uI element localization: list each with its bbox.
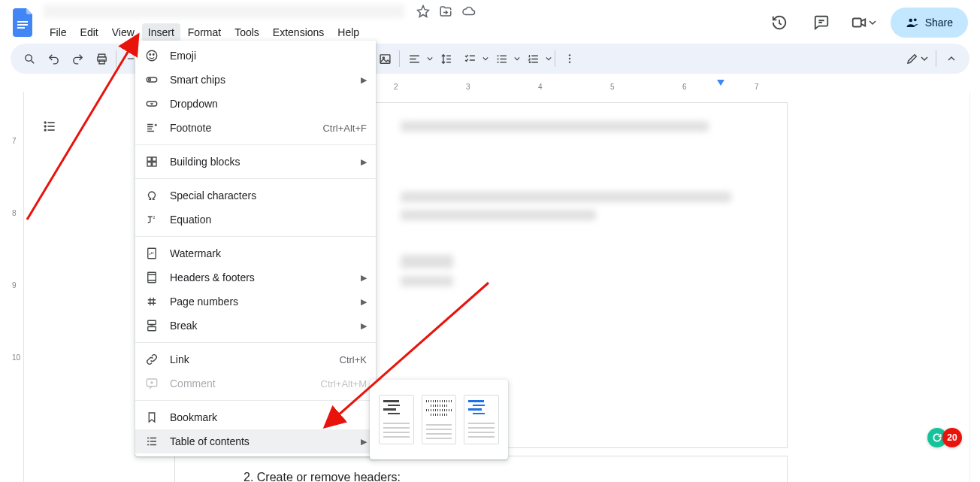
line-spacing-button[interactable] bbox=[434, 47, 457, 70]
menu-item-label: Break bbox=[170, 320, 350, 332]
document-title-redacted[interactable] bbox=[44, 5, 404, 18]
svg-rect-2 bbox=[17, 27, 25, 29]
break-icon bbox=[144, 318, 159, 333]
star-icon[interactable] bbox=[416, 5, 430, 18]
menu-item-label: Headers & footers bbox=[170, 271, 350, 283]
grammarly-badge[interactable]: 20 bbox=[927, 428, 962, 447]
smart-chips-icon bbox=[144, 72, 159, 87]
page-numbers-icon bbox=[144, 294, 159, 309]
insert-headers-footers[interactable]: Headers & footers▶ bbox=[135, 265, 376, 290]
insert-emoji[interactable]: Emoji bbox=[135, 44, 376, 68]
headers-footers-icon bbox=[144, 270, 159, 285]
insert-bookmark[interactable]: Bookmark bbox=[135, 405, 376, 429]
menu-format[interactable]: Format bbox=[182, 23, 227, 41]
svg-point-21 bbox=[569, 61, 570, 62]
meet-button[interactable] bbox=[848, 8, 879, 38]
search-icon[interactable] bbox=[18, 47, 41, 70]
insert-dropdown[interactable]: Dropdown bbox=[135, 92, 376, 116]
ruler-h-label: 7 bbox=[755, 83, 759, 91]
svg-point-29 bbox=[149, 79, 151, 81]
svg-point-14 bbox=[497, 58, 498, 59]
svg-point-26 bbox=[150, 54, 151, 56]
side-panel-strip bbox=[969, 92, 980, 482]
ruler-indent-marker[interactable] bbox=[717, 80, 724, 86]
share-button[interactable]: Share bbox=[891, 8, 968, 38]
toc-option-links[interactable] bbox=[464, 395, 499, 444]
bullet-list-button[interactable] bbox=[490, 47, 513, 70]
insert-break[interactable]: Break▶ bbox=[135, 314, 376, 338]
menu-shortcut: Ctrl+K bbox=[340, 354, 367, 365]
toc-submenu bbox=[370, 380, 508, 459]
svg-point-25 bbox=[147, 50, 157, 61]
menu-item-label: Building blocks bbox=[170, 156, 350, 168]
numbered-list-button[interactable] bbox=[522, 47, 544, 70]
page-text-line: 2. Create or remove headers: bbox=[243, 471, 401, 482]
insert-building-blocks[interactable]: Building blocks▶ bbox=[135, 150, 376, 174]
insert-special-characters[interactable]: Special characters bbox=[135, 183, 376, 208]
watermark-icon bbox=[144, 246, 159, 261]
insert-footnote[interactable]: FootnoteCtrl+Alt+F bbox=[135, 116, 376, 140]
svg-rect-17 bbox=[500, 58, 507, 59]
ruler-v-label: 9 bbox=[12, 281, 17, 290]
emoji-icon bbox=[144, 48, 159, 63]
redo-button[interactable] bbox=[66, 47, 89, 70]
svg-rect-39 bbox=[148, 327, 156, 331]
insert-link[interactable]: LinkCtrl+K bbox=[135, 347, 376, 371]
insert-equation[interactable]: 2Equation bbox=[135, 208, 376, 232]
editing-mode-button[interactable] bbox=[903, 52, 931, 65]
align-button[interactable] bbox=[403, 47, 425, 70]
svg-point-6 bbox=[25, 54, 32, 61]
comments-icon[interactable] bbox=[806, 8, 836, 38]
svg-rect-11 bbox=[380, 54, 390, 62]
menu-item-label: Dropdown bbox=[170, 98, 367, 110]
docs-logo[interactable] bbox=[9, 8, 39, 38]
menu-item-label: Equation bbox=[170, 214, 367, 226]
building-blocks-icon bbox=[144, 154, 159, 169]
menu-edit[interactable]: Edit bbox=[74, 23, 104, 41]
ruler-h-label: 6 bbox=[682, 83, 687, 91]
menu-file[interactable]: File bbox=[44, 23, 73, 41]
menu-tools[interactable]: Tools bbox=[228, 23, 265, 41]
svg-rect-3 bbox=[852, 19, 861, 27]
insert-watermark[interactable]: Watermark bbox=[135, 241, 376, 265]
cloud-status-icon[interactable] bbox=[461, 5, 476, 18]
dropdown-chip-icon bbox=[144, 96, 159, 111]
submenu-arrow-icon: ▶ bbox=[361, 297, 367, 307]
outline-toggle-button[interactable] bbox=[36, 113, 63, 140]
toc-option-dotted[interactable] bbox=[422, 395, 457, 444]
menu-item-label: Watermark bbox=[170, 247, 367, 259]
menu-extensions[interactable]: Extensions bbox=[267, 23, 330, 41]
more-options-button[interactable] bbox=[558, 47, 581, 70]
print-button[interactable] bbox=[90, 47, 113, 70]
checklist-button[interactable] bbox=[458, 47, 481, 70]
history-icon[interactable] bbox=[764, 8, 794, 38]
menu-help[interactable]: Help bbox=[331, 23, 365, 41]
toc-option-plain[interactable] bbox=[379, 395, 414, 444]
caret-down-icon bbox=[921, 55, 928, 62]
grammarly-count: 20 bbox=[942, 428, 962, 447]
undo-button[interactable] bbox=[42, 47, 65, 70]
insert-table-of-contents[interactable]: Table of contents▶ bbox=[135, 429, 376, 453]
svg-point-20 bbox=[569, 58, 570, 59]
submenu-arrow-icon: ▶ bbox=[361, 75, 367, 85]
collapse-toolbar-button[interactable] bbox=[941, 48, 962, 69]
move-icon[interactable] bbox=[439, 5, 452, 18]
svg-rect-16 bbox=[500, 55, 507, 56]
insert-image-button[interactable] bbox=[374, 47, 396, 70]
svg-point-23 bbox=[44, 126, 46, 127]
footnote-icon bbox=[144, 120, 159, 135]
svg-point-4 bbox=[909, 19, 912, 23]
link-icon bbox=[144, 352, 159, 367]
caret-down-icon bbox=[869, 19, 876, 26]
vertical-ruler[interactable]: 78910 bbox=[11, 92, 24, 482]
insert-page-numbers[interactable]: Page numbers▶ bbox=[135, 290, 376, 314]
menu-insert[interactable]: Insert bbox=[142, 23, 180, 41]
svg-rect-32 bbox=[153, 157, 156, 161]
svg-point-19 bbox=[569, 54, 570, 56]
svg-rect-33 bbox=[147, 162, 151, 166]
ruler-v-label: 7 bbox=[12, 137, 17, 145]
bookmark-icon bbox=[144, 410, 159, 425]
menu-view[interactable]: View bbox=[106, 23, 141, 41]
svg-rect-1 bbox=[17, 24, 28, 26]
insert-smart-chips[interactable]: Smart chips▶ bbox=[135, 68, 376, 92]
